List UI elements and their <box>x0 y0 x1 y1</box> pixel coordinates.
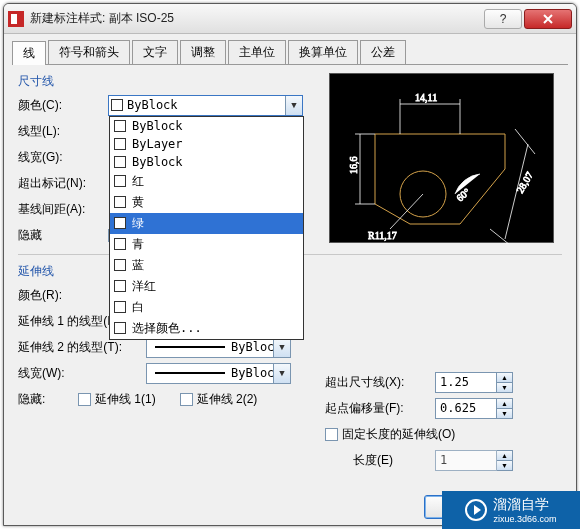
color-option-green[interactable]: 绿 <box>110 213 303 234</box>
beyond-spinner[interactable]: ▲▼ <box>497 372 513 393</box>
offset-input[interactable]: 0.625 <box>435 398 497 419</box>
svg-line-9 <box>490 229 515 244</box>
fixed-length-checkbox[interactable]: 固定长度的延伸线(O) <box>325 426 455 443</box>
chevron-down-icon: ▼ <box>273 338 290 357</box>
svg-line-8 <box>515 129 535 154</box>
color-swatch-icon <box>111 99 123 111</box>
help-button[interactable]: ? <box>484 9 522 29</box>
color-option-byblock2[interactable]: ByBlock <box>110 153 303 171</box>
tab-tolerance[interactable]: 公差 <box>360 40 406 64</box>
ext-mark-label: 超出标记(N): <box>18 175 108 192</box>
color-option-magenta[interactable]: 洋红 <box>110 276 303 297</box>
color-option-bylayer[interactable]: ByLayer <box>110 135 303 153</box>
hide-ext1-checkbox[interactable]: 延伸线 1(1) <box>78 391 156 408</box>
color-option-select[interactable]: 选择颜色... <box>110 318 303 339</box>
dimension-preview: 14,11 16,6 R11,17 28,07 60° <box>329 73 554 243</box>
offset-label: 起点偏移量(F): <box>325 400 435 417</box>
titlebar: 新建标注样式: 副本 ISO-25 ? <box>4 4 576 34</box>
length-input[interactable]: 1 <box>435 450 497 471</box>
linetype-label: 线型(L): <box>18 123 108 140</box>
color-option-white[interactable]: 白 <box>110 297 303 318</box>
offset-spinner[interactable]: ▲▼ <box>497 398 513 419</box>
chevron-down-icon: ▼ <box>273 364 290 383</box>
chevron-down-icon: ▼ <box>285 96 302 115</box>
color-value: ByBlock <box>127 98 178 112</box>
hide-label: 隐藏 <box>18 227 108 244</box>
color-combo[interactable]: ByBlock ▼ ByBlock ByLayer ByBlock 红 黄 绿 … <box>108 95 303 116</box>
dim-angle: 60° <box>454 186 472 203</box>
line-sample-icon <box>155 372 225 374</box>
color-option-red[interactable]: 红 <box>110 171 303 192</box>
dim-radius: R11,17 <box>368 230 397 241</box>
app-icon <box>8 11 24 27</box>
lineweight-label: 线宽(G): <box>18 149 108 166</box>
tab-alt-units[interactable]: 换算单位 <box>288 40 358 64</box>
tab-symbols[interactable]: 符号和箭头 <box>48 40 130 64</box>
beyond-label: 超出尺寸线(X): <box>325 374 435 391</box>
ext-lt2-label: 延伸线 2 的线型(T): <box>18 339 146 356</box>
color-option-yellow[interactable]: 黄 <box>110 192 303 213</box>
length-spinner[interactable]: ▲▼ <box>497 450 513 471</box>
baseline-label: 基线间距(A): <box>18 201 108 218</box>
ext-lt2-combo[interactable]: ByBlock ▼ <box>146 337 291 358</box>
color-label: 颜色(C): <box>18 97 108 114</box>
tab-text[interactable]: 文字 <box>132 40 178 64</box>
length-label: 长度(E) <box>325 452 435 469</box>
tab-primary-units[interactable]: 主单位 <box>228 40 286 64</box>
beyond-input[interactable]: 1.25 <box>435 372 497 393</box>
close-button[interactable] <box>524 9 572 29</box>
color-option-cyan[interactable]: 青 <box>110 234 303 255</box>
hide-ext2-checkbox[interactable]: 延伸线 2(2) <box>180 391 258 408</box>
color-dropdown: ByBlock ByLayer ByBlock 红 黄 绿 青 蓝 洋红 白 选… <box>109 116 304 340</box>
window-title: 新建标注样式: 副本 ISO-25 <box>30 10 482 27</box>
dim-diag: 28,07 <box>514 170 535 195</box>
color-option-byblock[interactable]: ByBlock <box>110 117 303 135</box>
ext-lw-label: 线宽(W): <box>18 365 146 382</box>
tab-fit[interactable]: 调整 <box>180 40 226 64</box>
ext-hide-label: 隐藏: <box>18 391 78 408</box>
dialog-window: 新建标注样式: 副本 ISO-25 ? 线 符号和箭头 文字 调整 主单位 换算… <box>3 3 577 526</box>
dim-top: 14,11 <box>415 92 437 103</box>
color-option-blue[interactable]: 蓝 <box>110 255 303 276</box>
play-icon <box>465 499 487 521</box>
tab-line[interactable]: 线 <box>12 41 46 65</box>
line-sample-icon <box>155 346 225 348</box>
ext-lw-combo[interactable]: ByBlock ▼ <box>146 363 291 384</box>
tab-bar: 线 符号和箭头 文字 调整 主单位 换算单位 公差 <box>12 40 568 65</box>
dialog-body: 14,11 16,6 R11,17 28,07 60° 尺寸线 <box>4 65 576 422</box>
watermark: 溜溜自学 zixue.3d66.com <box>442 491 580 529</box>
dim-left: 16,6 <box>348 157 359 175</box>
